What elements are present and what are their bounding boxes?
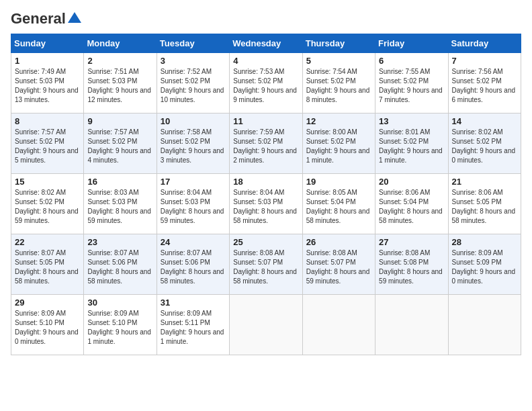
calendar-week-row: 8 Sunrise: 7:57 AMSunset: 5:02 PMDayligh… [11, 113, 521, 174]
day-info: Sunrise: 7:53 AMSunset: 5:02 PMDaylight:… [233, 68, 297, 103]
day-header-saturday: Saturday [448, 34, 521, 53]
day-info: Sunrise: 8:07 AMSunset: 5:06 PMDaylight:… [161, 249, 224, 285]
calendar-day-cell: 11 Sunrise: 7:59 AMSunset: 5:02 PMDaylig… [230, 113, 302, 174]
day-number: 15 [15, 177, 80, 187]
calendar-day-cell [375, 295, 448, 355]
logo: General [11, 11, 81, 27]
day-number: 25 [233, 237, 298, 247]
calendar-week-row: 29 Sunrise: 8:09 AMSunset: 5:10 PMDaylig… [11, 295, 521, 355]
day-number: 26 [306, 237, 371, 247]
day-number: 19 [306, 177, 371, 187]
calendar-day-cell [448, 295, 521, 355]
day-info: Sunrise: 8:09 AMSunset: 5:10 PMDaylight:… [87, 310, 151, 345]
day-number: 18 [233, 177, 298, 187]
calendar-week-row: 15 Sunrise: 8:02 AMSunset: 5:02 PMDaylig… [11, 174, 521, 234]
day-header-monday: Monday [84, 34, 157, 53]
day-info: Sunrise: 8:02 AMSunset: 5:02 PMDaylight:… [15, 189, 79, 224]
calendar-day-cell: 6 Sunrise: 7:55 AMSunset: 5:02 PMDayligh… [375, 53, 448, 113]
calendar-day-cell: 26 Sunrise: 8:08 AMSunset: 5:07 PMDaylig… [302, 234, 375, 295]
day-header-sunday: Sunday [11, 34, 84, 53]
day-number: 20 [379, 177, 444, 187]
calendar-day-cell: 23 Sunrise: 8:07 AMSunset: 5:06 PMDaylig… [84, 234, 157, 295]
calendar-week-row: 1 Sunrise: 7:49 AMSunset: 5:03 PMDayligh… [11, 53, 521, 113]
day-info: Sunrise: 8:05 AMSunset: 5:04 PMDaylight:… [306, 189, 370, 224]
day-number: 23 [87, 237, 152, 247]
day-header-tuesday: Tuesday [157, 34, 229, 53]
day-number: 6 [379, 56, 444, 66]
calendar-day-cell: 15 Sunrise: 8:02 AMSunset: 5:02 PMDaylig… [11, 174, 84, 234]
day-info: Sunrise: 7:57 AMSunset: 5:02 PMDaylight:… [15, 128, 79, 164]
day-number: 12 [306, 116, 371, 126]
day-info: Sunrise: 8:06 AMSunset: 5:04 PMDaylight:… [379, 189, 443, 224]
day-number: 27 [379, 237, 444, 247]
day-number: 16 [87, 177, 152, 187]
day-info: Sunrise: 8:07 AMSunset: 5:05 PMDaylight:… [15, 249, 79, 285]
logo-bird-icon [68, 11, 81, 24]
calendar-day-cell: 18 Sunrise: 8:04 AMSunset: 5:03 PMDaylig… [230, 174, 302, 234]
day-number: 5 [306, 56, 371, 66]
day-number: 9 [87, 116, 152, 126]
day-info: Sunrise: 8:07 AMSunset: 5:06 PMDaylight:… [87, 249, 151, 285]
day-number: 24 [161, 237, 226, 247]
day-info: Sunrise: 8:08 AMSunset: 5:08 PMDaylight:… [379, 249, 443, 285]
day-number: 4 [233, 56, 298, 66]
day-info: Sunrise: 8:04 AMSunset: 5:03 PMDaylight:… [161, 189, 224, 224]
day-info: Sunrise: 7:59 AMSunset: 5:02 PMDaylight:… [233, 128, 297, 164]
logo-general: General [11, 11, 66, 27]
calendar-day-cell: 31 Sunrise: 8:09 AMSunset: 5:11 PMDaylig… [157, 295, 229, 355]
day-info: Sunrise: 8:08 AMSunset: 5:07 PMDaylight:… [233, 249, 297, 285]
day-info: Sunrise: 7:51 AMSunset: 5:03 PMDaylight:… [87, 68, 151, 103]
day-number: 1 [15, 56, 80, 66]
day-number: 30 [87, 298, 152, 308]
calendar-day-cell: 27 Sunrise: 8:08 AMSunset: 5:08 PMDaylig… [375, 234, 448, 295]
day-info: Sunrise: 7:58 AMSunset: 5:02 PMDaylight:… [161, 128, 224, 164]
calendar-day-cell [230, 295, 302, 355]
calendar-day-cell: 4 Sunrise: 7:53 AMSunset: 5:02 PMDayligh… [230, 53, 302, 113]
day-number: 8 [15, 116, 80, 126]
calendar-day-cell: 28 Sunrise: 8:09 AMSunset: 5:09 PMDaylig… [448, 234, 521, 295]
calendar-day-cell: 13 Sunrise: 8:01 AMSunset: 5:02 PMDaylig… [375, 113, 448, 174]
calendar-week-row: 22 Sunrise: 8:07 AMSunset: 5:05 PMDaylig… [11, 234, 521, 295]
day-number: 21 [452, 177, 517, 187]
day-number: 2 [87, 56, 152, 66]
calendar-day-cell: 29 Sunrise: 8:09 AMSunset: 5:10 PMDaylig… [11, 295, 84, 355]
day-info: Sunrise: 7:57 AMSunset: 5:02 PMDaylight:… [87, 128, 151, 164]
calendar-header-row: SundayMondayTuesdayWednesdayThursdayFrid… [11, 34, 521, 53]
day-number: 22 [15, 237, 80, 247]
svg-marker-0 [68, 12, 81, 23]
calendar-day-cell [302, 295, 375, 355]
calendar-day-cell: 25 Sunrise: 8:08 AMSunset: 5:07 PMDaylig… [230, 234, 302, 295]
day-info: Sunrise: 7:52 AMSunset: 5:02 PMDaylight:… [161, 68, 224, 103]
calendar-day-cell: 22 Sunrise: 8:07 AMSunset: 5:05 PMDaylig… [11, 234, 84, 295]
day-number: 28 [452, 237, 517, 247]
calendar-day-cell: 24 Sunrise: 8:07 AMSunset: 5:06 PMDaylig… [157, 234, 229, 295]
calendar-day-cell: 9 Sunrise: 7:57 AMSunset: 5:02 PMDayligh… [84, 113, 157, 174]
day-info: Sunrise: 8:06 AMSunset: 5:05 PMDaylight:… [452, 189, 516, 224]
calendar-day-cell: 12 Sunrise: 8:00 AMSunset: 5:02 PMDaylig… [302, 113, 375, 174]
day-header-friday: Friday [375, 34, 448, 53]
day-info: Sunrise: 8:04 AMSunset: 5:03 PMDaylight:… [233, 189, 297, 224]
day-number: 14 [452, 116, 517, 126]
day-info: Sunrise: 8:09 AMSunset: 5:11 PMDaylight:… [161, 310, 224, 345]
day-info: Sunrise: 8:02 AMSunset: 5:02 PMDaylight:… [452, 128, 516, 164]
day-header-wednesday: Wednesday [230, 34, 302, 53]
calendar-day-cell: 19 Sunrise: 8:05 AMSunset: 5:04 PMDaylig… [302, 174, 375, 234]
calendar-day-cell: 1 Sunrise: 7:49 AMSunset: 5:03 PMDayligh… [11, 53, 84, 113]
calendar-day-cell: 21 Sunrise: 8:06 AMSunset: 5:05 PMDaylig… [448, 174, 521, 234]
day-info: Sunrise: 8:03 AMSunset: 5:03 PMDaylight:… [87, 189, 151, 224]
day-number: 17 [161, 177, 226, 187]
calendar-day-cell: 30 Sunrise: 8:09 AMSunset: 5:10 PMDaylig… [84, 295, 157, 355]
day-number: 10 [161, 116, 226, 126]
calendar-day-cell: 10 Sunrise: 7:58 AMSunset: 5:02 PMDaylig… [157, 113, 229, 174]
header: General [11, 11, 521, 27]
day-info: Sunrise: 7:56 AMSunset: 5:02 PMDaylight:… [452, 68, 516, 103]
calendar-table: SundayMondayTuesdayWednesdayThursdayFrid… [11, 34, 521, 355]
day-number: 11 [233, 116, 298, 126]
calendar-day-cell: 17 Sunrise: 8:04 AMSunset: 5:03 PMDaylig… [157, 174, 229, 234]
day-info: Sunrise: 8:08 AMSunset: 5:07 PMDaylight:… [306, 249, 370, 285]
calendar-day-cell: 8 Sunrise: 7:57 AMSunset: 5:02 PMDayligh… [11, 113, 84, 174]
calendar-day-cell: 20 Sunrise: 8:06 AMSunset: 5:04 PMDaylig… [375, 174, 448, 234]
day-number: 3 [161, 56, 226, 66]
calendar-day-cell: 14 Sunrise: 8:02 AMSunset: 5:02 PMDaylig… [448, 113, 521, 174]
calendar-day-cell: 3 Sunrise: 7:52 AMSunset: 5:02 PMDayligh… [157, 53, 229, 113]
